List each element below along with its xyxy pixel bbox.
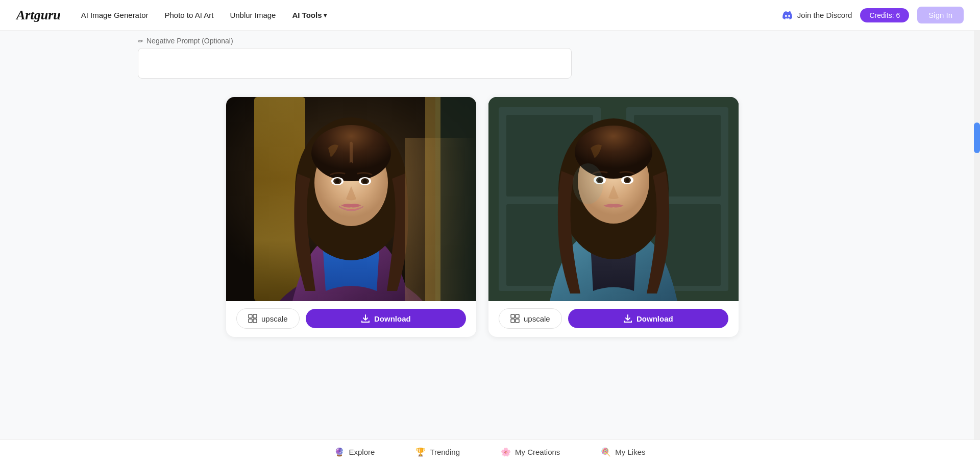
negative-prompt-input[interactable] <box>138 48 572 79</box>
svg-rect-18 <box>249 319 252 323</box>
my-creations-icon: 🌸 <box>501 447 511 457</box>
bottom-nav-my-likes[interactable]: 🍭 My Likes <box>601 447 645 457</box>
svg-rect-16 <box>249 314 252 318</box>
nav-item-photo-to-ai-art[interactable]: Photo to AI Art <box>164 11 213 19</box>
negative-prompt-label: ✏ Negative Prompt (Optional) <box>138 37 827 45</box>
main-content: ✏ Negative Prompt (Optional) <box>0 0 980 337</box>
svg-rect-17 <box>253 314 257 318</box>
bottom-nav: 🔮 Explore 🏆 Trending 🌸 My Creations 🍭 My… <box>0 439 980 465</box>
credits-button[interactable]: Credits: 6 <box>860 8 909 22</box>
negative-prompt-section: ✏ Negative Prompt (Optional) <box>138 31 827 81</box>
svg-rect-41 <box>511 314 514 318</box>
discord-link[interactable]: Join the Discord <box>782 11 852 19</box>
header: Artguru AI Image Generator Photo to AI A… <box>0 0 980 31</box>
bottom-nav-explore[interactable]: 🔮 Explore <box>334 447 375 457</box>
portrait-svg-right <box>488 97 739 301</box>
scrollbar-thumb[interactable] <box>974 123 980 153</box>
upscale-icon-left <box>248 314 257 323</box>
portrait-svg-left <box>226 97 476 301</box>
upscale-button-left[interactable]: upscale <box>236 308 300 329</box>
image-right <box>488 97 739 301</box>
download-icon-left <box>361 314 370 323</box>
svg-point-14 <box>363 179 367 183</box>
svg-point-40 <box>573 163 603 204</box>
download-button-left[interactable]: Download <box>306 309 466 328</box>
signin-button[interactable]: Sign In <box>917 7 964 23</box>
logo[interactable]: Artguru <box>16 8 61 23</box>
trending-icon: 🏆 <box>415 447 426 457</box>
nav-item-ai-image-generator[interactable]: AI Image Generator <box>81 11 149 19</box>
scrollbar-track <box>974 0 980 465</box>
image-left-actions: upscale Download <box>226 301 476 329</box>
download-icon-right <box>623 314 632 323</box>
image-card-right: upscale Download <box>488 97 739 337</box>
nav-item-ai-tools[interactable]: AI Tools ▾ <box>292 11 327 19</box>
upscale-button-right[interactable]: upscale <box>499 308 562 329</box>
upscale-icon-right <box>510 314 520 323</box>
image-card-left: upscale Download <box>226 97 476 337</box>
svg-point-39 <box>626 179 629 182</box>
bottom-nav-trending[interactable]: 🏆 Trending <box>415 447 460 457</box>
main-nav: AI Image Generator Photo to AI Art Unblu… <box>81 11 782 19</box>
image-left <box>226 97 476 301</box>
nav-item-unblur-image[interactable]: Unblur Image <box>230 11 276 19</box>
svg-point-11 <box>335 179 339 183</box>
download-button-right[interactable]: Download <box>568 309 728 328</box>
discord-icon <box>782 11 793 19</box>
images-section: upscale Download <box>138 97 827 337</box>
svg-rect-42 <box>516 314 519 318</box>
svg-rect-19 <box>253 319 257 323</box>
bottom-nav-my-creations[interactable]: 🌸 My Creations <box>501 447 560 457</box>
chevron-down-icon: ▾ <box>324 12 327 19</box>
svg-rect-15 <box>405 138 476 301</box>
svg-rect-43 <box>511 319 514 323</box>
image-right-actions: upscale Download <box>488 301 739 329</box>
header-right: Join the Discord Credits: 6 Sign In <box>782 7 964 23</box>
explore-icon: 🔮 <box>334 447 345 457</box>
svg-rect-44 <box>516 319 519 323</box>
my-likes-icon: 🍭 <box>601 447 611 457</box>
pencil-icon: ✏ <box>138 37 143 45</box>
